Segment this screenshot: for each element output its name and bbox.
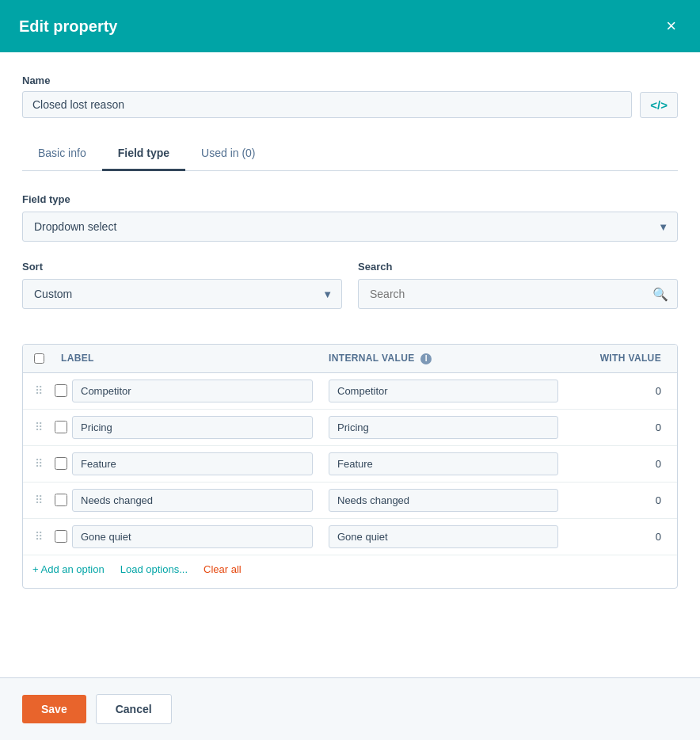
with-value-cell: 0	[590, 421, 677, 433]
close-button[interactable]: ×	[661, 16, 681, 36]
table-row: ⠿ 0	[23, 519, 677, 555]
row-checkbox[interactable]	[55, 530, 67, 543]
save-button[interactable]: Save	[22, 695, 86, 723]
row-checkbox[interactable]	[55, 457, 67, 470]
col-internal-value: INTERNAL VALUE i	[322, 353, 590, 364]
sort-select[interactable]: Custom Alphabetical Numeric	[22, 279, 342, 309]
drag-handle[interactable]: ⠿	[23, 457, 55, 470]
modal-footer: Save Cancel	[0, 677, 700, 740]
with-value-cell: 0	[590, 531, 677, 543]
internal-value-cell	[322, 452, 590, 475]
label-input[interactable]	[72, 525, 313, 548]
internal-value-cell	[322, 489, 590, 512]
header-checkbox-cell	[23, 353, 55, 364]
with-value-cell: 0	[590, 458, 677, 470]
name-row: </>	[22, 91, 678, 118]
internal-value-cell	[322, 416, 590, 439]
with-value-cell: 0	[590, 385, 677, 397]
code-button[interactable]: </>	[640, 92, 678, 118]
drag-handle[interactable]: ⠿	[23, 384, 55, 397]
table-row: ⠿ 0	[23, 410, 677, 446]
table-header: LABEL INTERNAL VALUE i WITH VALUE	[23, 345, 677, 373]
add-option-button[interactable]: + Add an option	[32, 563, 105, 575]
search-input[interactable]	[358, 279, 678, 309]
row-check-label-cell	[55, 525, 322, 548]
name-field-label: Name	[22, 74, 678, 86]
options-table: LABEL INTERNAL VALUE i WITH VALUE ⠿ 0	[22, 344, 678, 589]
name-input[interactable]	[22, 91, 632, 118]
sort-label: Sort	[22, 261, 342, 273]
field-type-select-wrapper: Dropdown select Single-line text Multi-l…	[22, 212, 678, 242]
table-row: ⠿ 0	[23, 446, 677, 483]
label-input[interactable]	[72, 489, 313, 512]
sort-search-row: Sort Custom Alphabetical Numeric ▼ Searc…	[22, 261, 678, 328]
internal-value-cell	[322, 380, 590, 402]
label-input[interactable]	[72, 416, 313, 439]
col-with-value: WITH VALUE	[590, 353, 677, 364]
search-wrapper: 🔍	[358, 279, 678, 309]
internal-value-input[interactable]	[329, 380, 558, 402]
modal-title: Edit property	[19, 17, 117, 36]
clear-all-button[interactable]: Clear all	[204, 563, 242, 575]
internal-value-input[interactable]	[329, 452, 558, 475]
with-value-cell: 0	[590, 494, 677, 506]
load-options-button[interactable]: Load options...	[120, 563, 188, 575]
table-actions: + Add an option Load options... Clear al…	[23, 555, 677, 588]
row-check-label-cell	[55, 416, 322, 439]
tab-field-type[interactable]: Field type	[102, 137, 185, 171]
col-label: LABEL	[55, 353, 322, 364]
internal-value-cell	[322, 525, 590, 548]
row-checkbox[interactable]	[55, 421, 67, 433]
cancel-button[interactable]: Cancel	[96, 694, 172, 724]
modal-body: Name </> Basic info Field type Used in (…	[0, 52, 700, 677]
row-checkbox[interactable]	[55, 384, 67, 397]
row-checkbox[interactable]	[55, 494, 67, 506]
sort-select-wrapper: Custom Alphabetical Numeric ▼	[22, 279, 342, 309]
table-row: ⠿ 0	[23, 373, 677, 410]
internal-value-info-icon[interactable]: i	[420, 353, 432, 364]
sort-column: Sort Custom Alphabetical Numeric ▼	[22, 261, 342, 328]
field-type-label: Field type	[22, 193, 678, 205]
drag-handle[interactable]: ⠿	[23, 421, 55, 433]
modal-header: Edit property ×	[0, 0, 700, 52]
internal-value-input[interactable]	[329, 489, 558, 512]
row-check-label-cell	[55, 452, 322, 475]
header-checkbox[interactable]	[34, 353, 44, 364]
internal-value-input[interactable]	[329, 525, 558, 548]
field-type-select[interactable]: Dropdown select Single-line text Multi-l…	[22, 212, 678, 242]
label-input[interactable]	[72, 380, 313, 402]
tabs-bar: Basic info Field type Used in (0)	[22, 137, 678, 171]
search-column: Search 🔍	[358, 261, 678, 328]
tab-basic-info[interactable]: Basic info	[22, 137, 102, 171]
drag-handle[interactable]: ⠿	[23, 494, 55, 506]
row-check-label-cell	[55, 380, 322, 402]
internal-value-input[interactable]	[329, 416, 558, 439]
label-input[interactable]	[72, 452, 313, 475]
row-check-label-cell	[55, 489, 322, 512]
table-row: ⠿ 0	[23, 483, 677, 519]
tab-used-in[interactable]: Used in (0)	[185, 137, 271, 171]
search-label: Search	[358, 261, 678, 273]
drag-handle[interactable]: ⠿	[23, 530, 55, 543]
edit-property-modal: Edit property × Name </> Basic info Fiel…	[0, 0, 700, 740]
